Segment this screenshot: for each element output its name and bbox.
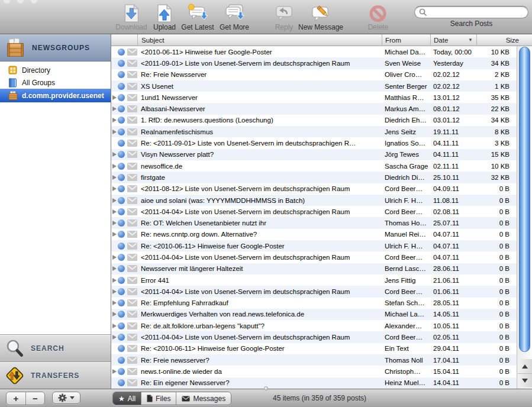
disclosure-triangle-icon[interactable] [112, 175, 117, 180]
delete-button[interactable]: Delete [368, 3, 389, 31]
table-row[interactable]: RealnamenfetischismusJens Seitz19.11.118… [111, 126, 517, 137]
column-header-icons[interactable] [111, 34, 137, 46]
column-header-subject[interactable]: Subject [137, 34, 382, 46]
minimize-button[interactable] [17, 0, 24, 4]
disclosure-triangle-icon[interactable] [112, 95, 117, 100]
filter-all-button[interactable]: ★ All [113, 392, 141, 405]
disclosure-triangle-icon[interactable] [112, 152, 117, 157]
cell-from: Thomas Ho… [382, 219, 430, 227]
disclosure-triangle-icon[interactable] [112, 324, 117, 328]
remove-button[interactable]: − [25, 392, 44, 405]
sidebar-item-directory[interactable]: Directory [0, 64, 111, 76]
sort-indicator-icon: ▼ [468, 37, 473, 43]
table-row[interactable]: Re: de.alt.folklore.urban-legens "kaputt… [111, 320, 517, 331]
disclosure-triangle-icon[interactable] [112, 312, 117, 316]
scroll-down-button[interactable] [518, 373, 532, 387]
disclosure-triangle-icon[interactable] [112, 255, 117, 260]
disclosure-triangle-icon[interactable] [112, 186, 117, 191]
cell-size: 0 B [476, 379, 517, 386]
table-row[interactable]: Newsserver mit längerer HaltezeitBernd L… [111, 263, 517, 274]
table-row[interactable]: <2011-08-12> Liste von Usenet-Servern im… [111, 183, 517, 195]
table-row[interactable]: <2011-09-01> Liste von Usenet-Servern im… [111, 57, 517, 69]
table-row[interactable]: <2010-06-11> Hinweise fuer Google-Poster… [111, 46, 517, 57]
cell-size: 0 B [476, 311, 517, 318]
sidebar-section-search[interactable]: SEARCH [0, 334, 111, 361]
cell-size: 32 KB [476, 174, 517, 181]
table-row[interactable]: news.t-online.de wieder daChristoph…15.0… [111, 366, 517, 377]
get-more-button[interactable]: Get More [220, 3, 249, 31]
table-row[interactable]: Re: Freie newsserver?Thomas Noll17.04.11… [111, 354, 517, 366]
cell-from: Ein Text [382, 345, 430, 352]
column-header-date[interactable]: Date ▼ [430, 34, 476, 46]
table-row[interactable]: Re: <2010-06-11> Hinweise fuer Google-Po… [111, 240, 517, 251]
close-button[interactable] [4, 0, 10, 4]
table-row[interactable]: Re: Freie NewsserverOliver Cro…02.02.122… [111, 69, 517, 80]
scrollbar-thumb[interactable] [519, 47, 530, 352]
filter-segmented-control: ★ All Files Mess [112, 392, 231, 405]
sidebar-section-transfers[interactable]: TRANSFERS [0, 361, 111, 389]
sidebar-item-all-groups[interactable]: All Groups [0, 76, 111, 89]
disclosure-triangle-icon[interactable] [112, 198, 117, 203]
star-icon: ★ [118, 395, 125, 403]
envelope-icon [127, 265, 137, 272]
table-row[interactable]: <2011-04-04> Liste von Usenet-Servern im… [111, 331, 517, 343]
get-latest-button[interactable]: Get Latest [181, 3, 214, 31]
disclosure-triangle-icon[interactable] [112, 232, 117, 237]
table-row[interactable]: Re: Ein eigener Newsserver?Heinz Muel…14… [111, 377, 517, 389]
table-row[interactable]: 1und1 NewsserverMatthias R…13.01.1235 KB [111, 92, 517, 103]
zoom-button[interactable] [31, 0, 37, 4]
cell-date: Yesterday [430, 60, 476, 67]
table-row[interactable]: <2011-04-04> Liste von Usenet-Servern im… [111, 286, 517, 297]
table-row[interactable]: Re: <2011-09-01> Liste von Usenet-Server… [111, 137, 517, 148]
cell-date: 04.11.11 [430, 140, 476, 147]
table-row[interactable]: 1. RfD: de.newusers.questions (Loeschung… [111, 115, 517, 126]
disclosure-triangle-icon[interactable] [112, 266, 117, 271]
download-button[interactable]: Download [115, 3, 147, 31]
disclosure-triangle-icon[interactable] [112, 335, 117, 340]
table-row[interactable]: Re: news.cnntp.org down. Alternative?Man… [111, 229, 517, 240]
table-row[interactable]: Re: <2010-06-11> Hinweise fuer Google-Po… [111, 343, 517, 354]
unread-dot-icon [118, 208, 125, 215]
table-row[interactable]: aioe und solani (was: YYYYMMDDHHMMSS in … [111, 195, 517, 206]
table-row[interactable]: <2011-04-04> Liste von Usenet-Servern im… [111, 251, 517, 263]
action-menu-button[interactable] [52, 392, 80, 404]
disclosure-triangle-icon[interactable] [112, 301, 117, 305]
filter-files-button[interactable]: Files [141, 392, 176, 405]
table-row[interactable]: Error 441Jens Fittig21.06.110 B [111, 274, 517, 286]
disclosure-triangle-icon[interactable] [112, 106, 117, 111]
table-row[interactable]: XS UsenetSenter Berger02.02.121 KB [111, 80, 517, 92]
disclosure-triangle-icon[interactable] [112, 209, 117, 214]
search-input[interactable] [414, 6, 528, 18]
table-row[interactable]: Re: Empfehlung FahrradkaufStefan Sch…28.… [111, 298, 517, 309]
unread-dot-icon [118, 60, 125, 67]
table-row[interactable]: firstgateDiedrich Di…25.10.1132 KB [111, 172, 517, 183]
disclosure-triangle-icon[interactable] [112, 130, 117, 134]
sidebar-section-newsgroups[interactable]: NEWSGROUPS [0, 34, 111, 62]
column-header-size[interactable]: Size [476, 34, 532, 46]
table-row[interactable]: Re: OT: Welchen Usenetanbieter nutzt ihr… [111, 217, 517, 228]
new-message-button[interactable]: New Message [298, 3, 343, 31]
cell-size: 8 KB [476, 128, 517, 135]
disclosure-triangle-icon[interactable] [112, 369, 117, 374]
sidebar-item-d-comm-provider-usenet[interactable]: d.comm.provider.usenet [0, 89, 111, 102]
splitter-resize-dimple[interactable] [264, 386, 268, 390]
cell-subject: newsoffice.de [137, 163, 382, 170]
disclosure-triangle-icon[interactable] [112, 289, 117, 294]
disclosure-triangle-icon[interactable] [112, 278, 117, 283]
cell-size: 0 B [476, 277, 517, 284]
table-row[interactable]: Albasani-NewsserverMarkus Am…08.01.1222 … [111, 103, 517, 114]
upload-button[interactable]: Upload [153, 3, 176, 31]
table-row[interactable]: Merkwuerdiges Verhalten von read.news.te… [111, 309, 517, 320]
disclosure-triangle-icon[interactable] [112, 164, 117, 169]
add-button[interactable]: + [7, 392, 25, 405]
column-header-from[interactable]: From [382, 34, 430, 46]
table-row[interactable]: <2011-04-04> Liste von Usenet-Servern im… [111, 206, 517, 217]
scroll-up-button[interactable] [518, 359, 532, 373]
table-row[interactable]: newsoffice.deSascha Grage02.11.1110 KB [111, 160, 517, 172]
reply-button[interactable]: Reply [275, 3, 294, 31]
disclosure-triangle-icon[interactable] [112, 118, 117, 122]
disclosure-triangle-icon[interactable] [112, 221, 117, 225]
scrollbar-track[interactable] [517, 46, 532, 389]
filter-messages-button[interactable]: Messages [176, 392, 231, 405]
table-row[interactable]: Visyn Newsserver platt?Jörg Tewes04.11.1… [111, 149, 517, 160]
